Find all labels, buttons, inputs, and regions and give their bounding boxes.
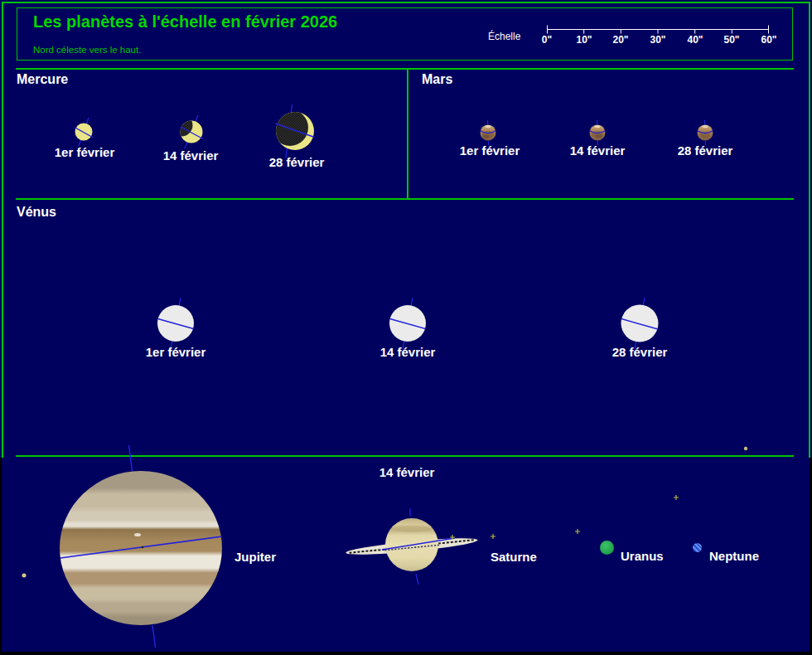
jupiter-axis-line-top [129, 445, 133, 471]
jupiter-sphere [60, 471, 222, 625]
mars-date-1: 1er février [460, 143, 520, 158]
canvas-edge-left [0, 458, 2, 655]
saturn-figure [317, 496, 507, 595]
uranus-label: Uranus [621, 549, 664, 563]
venus-date-1: 1er février [146, 345, 206, 359]
outer-border-left [2, 2, 3, 458]
scale-tick-label: 40" [679, 34, 712, 46]
jupiter-axis-line-bottom [152, 625, 156, 648]
divider-top [16, 68, 794, 70]
mars-date-2: 14 février [570, 143, 626, 158]
jupiter-moon-dot [22, 574, 27, 578]
mercury-date-1: 1er février [55, 145, 115, 159]
moon-marker-plus [674, 495, 679, 500]
saturn-label: Saturne [491, 550, 537, 564]
scale-tick-label: 0" [530, 34, 563, 46]
scale-tick-label: 60" [752, 34, 785, 46]
canvas-edge-bottom [0, 652, 812, 655]
mercury-date-2: 14 février [163, 148, 219, 163]
outer-border-top [2, 2, 810, 3]
panel-title-mercury: Mercure [17, 72, 68, 87]
outer-border-right [809, 2, 810, 458]
scale-tick-label: 50" [715, 34, 748, 46]
scale-tick-label: 20" [604, 34, 637, 46]
venus-date-2: 14 février [380, 345, 436, 359]
jupiter-label: Jupiter [234, 550, 276, 564]
panel-title-mars: Mars [422, 72, 452, 87]
venus-date-3: 28 février [612, 345, 668, 359]
scale-label: Échelle [488, 31, 520, 42]
scale-tick-label: 10" [568, 34, 601, 46]
scale-tick-label: 30" [641, 34, 674, 46]
outer-date-caption: 14 février [379, 465, 435, 479]
page-subtitle: Nord céleste vers le haut. [33, 45, 141, 55]
divider-middle [16, 198, 794, 200]
divider-vertical [407, 68, 408, 200]
app-canvas: Les planètes à l'échelle en février 2026… [0, 0, 812, 655]
page-title: Les planètes à l'échelle en février 2026 [33, 12, 337, 32]
mercury-date-3: 28 février [269, 155, 325, 169]
moon-marker-plus [575, 529, 580, 534]
neptune-disk [693, 543, 702, 552]
uranus-disk [600, 541, 614, 555]
star-dot [744, 447, 747, 450]
divider-bottom [16, 455, 794, 457]
mars-date-3: 28 février [678, 143, 733, 158]
panel-title-venus: Vénus [17, 205, 56, 220]
neptune-label: Neptune [709, 549, 759, 563]
